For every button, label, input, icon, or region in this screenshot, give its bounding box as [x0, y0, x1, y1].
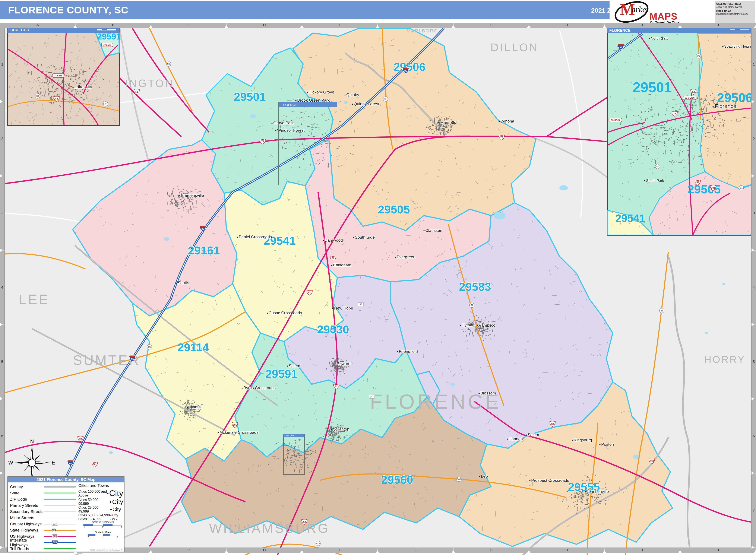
city-label: Prospect Crossroads [529, 478, 569, 483]
svg-text:Leo: Leo [481, 474, 488, 479]
svg-text:South Park: South Park [646, 179, 664, 183]
inset-zip-label-29505: 29505 [687, 182, 721, 196]
svg-text:147: 147 [370, 395, 374, 398]
svg-text:95: 95 [69, 462, 72, 465]
grid-ruler-left: 1234567 [0, 28, 4, 548]
city-label: South Park [644, 179, 664, 183]
zip-label-29506: 29506 [393, 60, 425, 73]
s-shield-341: 341 [457, 477, 461, 481]
page-title: FLORENCE COUNTY, SC [8, 4, 128, 16]
ruler-label-J: J [680, 548, 756, 553]
ruler-label-1: 1 [752, 28, 756, 102]
county-label-marlboro: MARLBORO [407, 28, 438, 34]
ruler-label-A: A [0, 23, 76, 28]
svg-text:51: 51 [740, 186, 743, 189]
legend-row-secondary: Secondary Streets [10, 508, 76, 515]
c-shield-46: 46 [358, 303, 364, 306]
svg-text:Claussen: Claussen [425, 228, 442, 233]
contact-line4: mapsales@MarketMAPS.com [716, 12, 748, 15]
svg-text:52: 52 [303, 520, 306, 523]
svg-text:327: 327 [384, 98, 387, 100]
city-label: Hannah [507, 436, 522, 441]
ruler-label-E: E [302, 23, 378, 28]
county-label-dillon: DILLON [491, 41, 539, 53]
city-label: Winona [499, 119, 514, 123]
svg-text:Timmonsville: Timmonsville [180, 193, 204, 198]
svg-text:Florence: Florence [715, 103, 737, 109]
svg-text:52: 52 [697, 181, 699, 183]
county-label-williamsburg: WILLIAMSBURG [209, 521, 330, 536]
svg-text:51: 51 [656, 165, 659, 168]
svg-text:Olanta: Olanta [189, 405, 201, 409]
city-label: Timmonsville [178, 193, 204, 198]
svg-text:Mars Bluff: Mars Bluff [440, 120, 459, 125]
svg-text:Damwood: Damwood [325, 238, 343, 243]
svg-text:52: 52 [692, 90, 695, 93]
svg-text:Windsor Forest: Windsor Forest [277, 128, 305, 133]
ruler-label-3: 3 [0, 176, 4, 251]
s-shield-51: 51 [739, 185, 744, 190]
zip-label-29501: 29501 [234, 90, 266, 103]
city-label: Peniel Crossroads [237, 234, 272, 239]
inset-zip-label-29541: 29541 [615, 212, 645, 224]
ruler-label-C: C [151, 548, 227, 553]
svg-text:52: 52 [135, 90, 138, 93]
svg-text:Scranton: Scranton [333, 427, 349, 431]
s-shield-51: 51 [655, 164, 660, 169]
c-shield-147: 147 [369, 395, 375, 398]
ruler-label-1: 1 [0, 28, 4, 102]
svg-text:341: 341 [457, 478, 461, 480]
legend-line-samples: CountyStateZIP CodePrimary StreetsSecond… [10, 484, 76, 552]
legend-city-class: Cities 100,000 and AboveCity [78, 489, 123, 498]
zip-label-29530: 29530 [317, 323, 349, 336]
city-label: Damwood [323, 238, 343, 243]
svg-text:20-SPUR: 20-SPUR [611, 119, 620, 121]
ruler-label-F: F [378, 23, 454, 28]
ruler-label-6: 6 [752, 399, 756, 473]
svg-text:378: 378 [650, 460, 654, 462]
svg-text:46: 46 [360, 303, 362, 306]
s-shield-341: 341 [147, 345, 152, 349]
scalebar: Scale in Kilometers024 [83, 521, 123, 528]
svg-text:341: 341 [104, 103, 108, 105]
inset-lake-city: LAKE CITY 29591 Lake City 378-BR378-BR52… [4, 27, 121, 129]
city-label: Hyman [460, 323, 474, 327]
svg-text:Pamplico: Pamplico [479, 323, 495, 328]
svg-text:Cusac Crossroads: Cusac Crossroads [268, 310, 302, 315]
legend-row-minor: Minor Streets [10, 515, 76, 521]
grid-ruler-right: 1234567 [752, 28, 756, 548]
legend-cities: Cities and Towns Cities 100,000 and Abov… [78, 483, 123, 521]
svg-text:52-CONN: 52-CONN [685, 96, 695, 99]
county-label-ington: INGTON [125, 78, 174, 89]
inset-29591-label: 29591 [97, 32, 121, 41]
legend-cities-header: Cities and Towns [78, 483, 123, 488]
s-shield-41: 41 [660, 308, 664, 313]
svg-text:New Hope: New Hope [334, 306, 353, 310]
city-label: Salem [526, 432, 539, 437]
svg-text:Kingsburg: Kingsburg [574, 438, 592, 442]
zip-label-29583: 29583 [459, 280, 491, 293]
ruler-label-7: 7 [752, 473, 756, 548]
s-shield-51: 51 [469, 303, 474, 308]
city-label: Florence [713, 103, 737, 109]
map-canvas: INGTONMARLBORODILLONLEESUMTERFLORENCEHOR… [0, 0, 756, 555]
marketmaps-logo: M arket MAPS On Target. On Time. CALL US… [611, 0, 756, 22]
legend-box: 2021 Florence County, SC Map CountyState… [7, 476, 124, 552]
svg-text:378: 378 [551, 422, 554, 425]
ruler-label-C: C [151, 23, 227, 28]
svg-text:W: W [8, 460, 13, 466]
legend-row-interstate: Interstate Highways123 [10, 540, 76, 546]
ruler-label-D: D [227, 23, 302, 28]
city-label: Cusac Crossroads [267, 310, 302, 315]
city-label: Spaulding Heights [722, 44, 754, 48]
legend-row-toll: Toll Roads [10, 546, 76, 552]
city-label: Windsor Forest [275, 128, 305, 133]
svg-text:41: 41 [661, 309, 663, 312]
zip-label-29591: 29591 [265, 367, 297, 380]
s-shield-403: 403 [166, 62, 171, 67]
svg-text:38: 38 [36, 95, 39, 97]
legend-copyright: ©2021 Intelligent Direct, Inc. Nanticoke… [90, 549, 123, 551]
usbr-shield-52-CONN: 52-CONN [683, 96, 696, 100]
svg-text:512: 512 [316, 542, 320, 545]
svg-text:Hickory Grove: Hickory Grove [308, 90, 334, 94]
